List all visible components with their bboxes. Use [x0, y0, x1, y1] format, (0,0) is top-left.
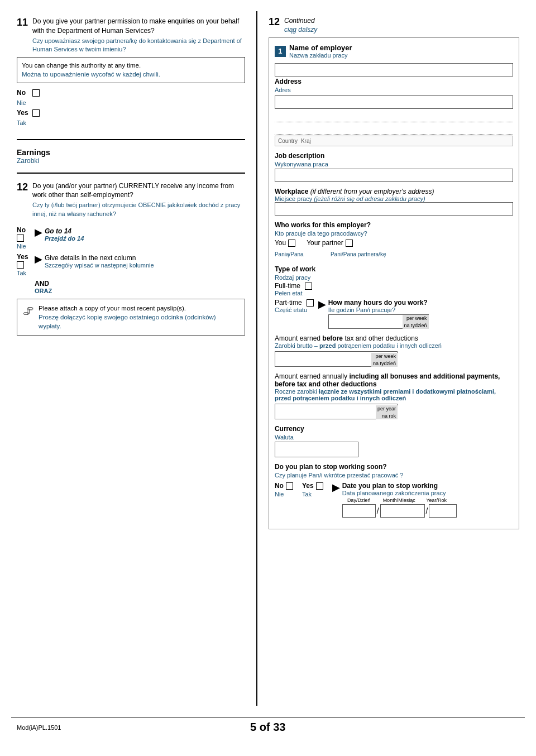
q12-text-pl: Czy ty (i/lub twój partner) otrzymujecie… — [32, 201, 245, 218]
type-work-group: Type of work Rodzaj pracy Full-time Pełe… — [275, 265, 513, 329]
who-partner-item: Your partner — [307, 239, 353, 247]
partner-checkbox[interactable] — [346, 240, 353, 247]
info-box: You can change this authority at any tim… — [17, 57, 245, 83]
day-label: Day/Dzień — [342, 497, 376, 503]
you-en: You — [275, 239, 286, 247]
who-row: YouYour partnerPanią/PanaPani/Pana partn… — [275, 239, 513, 257]
country-labels: Country Kraj — [278, 138, 510, 144]
question-11: 11 Do you give your partner permission t… — [17, 17, 245, 131]
year-input[interactable] — [429, 504, 457, 518]
attach-text: Please attach a copy of your most recent… — [39, 304, 239, 331]
q12-yes-checkbox[interactable] — [17, 261, 24, 269]
arrow-no: ▶ — [35, 227, 42, 237]
q11-text-en: Do you give your partner permission to m… — [32, 17, 245, 36]
stop-no-row: No — [275, 482, 293, 490]
q12-no-label-pl: Nie — [17, 243, 32, 250]
date-slash-2: / — [426, 506, 428, 515]
employer-input[interactable] — [275, 63, 513, 76]
job-input[interactable] — [275, 169, 513, 182]
currency-label-pl: Waluta — [275, 434, 513, 441]
q11-yes-checkbox[interactable] — [32, 109, 40, 117]
month-input[interactable] — [380, 504, 425, 518]
stop-options: No Nie Yes Tak — [275, 482, 513, 518]
per-week-en: per week — [404, 315, 427, 322]
section-divider2 — [17, 173, 245, 174]
q11-no-checkbox[interactable] — [32, 89, 40, 97]
annual-label: Amount earned annually including all bon… — [275, 372, 513, 388]
stop-no-checkbox[interactable] — [286, 482, 293, 490]
who-label-en: Who works for this employer? — [275, 221, 513, 229]
give-details-en: Give details in the next column — [45, 254, 154, 262]
no-label-en: No — [17, 89, 30, 97]
per-week-corner: per week na tydzień — [403, 315, 429, 329]
fulltime-label-pl: Pełen etat — [275, 290, 513, 296]
earnings-section: Earnings Zarobki — [17, 148, 245, 165]
address-label-pl: Adres — [275, 87, 513, 93]
left-column: 11 Do you give your partner permission t… — [11, 11, 257, 706]
job-label-en: Job description — [275, 152, 513, 160]
parttime-label-pl: Część etatu — [275, 307, 314, 313]
year-label: Year/Rok — [423, 497, 451, 503]
amount-rest-en: tax and other deductions — [344, 334, 418, 342]
stop-date-group: Date you plan to stop working Data plano… — [342, 482, 457, 518]
address-group: Address Adres Country Kraj — [275, 78, 513, 146]
fulltime-checkbox[interactable] — [305, 283, 312, 290]
type-label-en: Type of work — [275, 265, 513, 273]
annual-label-pl: Roczne zarobki łącznie ze wszystkimi pre… — [275, 388, 513, 401]
q11-number: 11 — [17, 17, 28, 28]
amount-label-en: Amount earned — [275, 334, 320, 342]
attach-text-en: Please attach a copy of your most recent… — [39, 304, 239, 313]
country-container: Country Kraj — [275, 136, 513, 146]
hours-input-container: per week na tydzień — [328, 314, 429, 329]
partner-en: Your partner — [307, 239, 343, 247]
give-details-pl: Szczegóły wpisać w następnej kolumnie — [45, 262, 154, 269]
goto-14-en: Go to 14 — [45, 227, 84, 235]
stop-yes-en: Yes — [302, 482, 314, 490]
q12-options: No Nie ▶ Go to 14 Przejdź do 14 — [17, 226, 245, 336]
section-divider — [17, 139, 245, 140]
page: 11 Do you give your partner permission t… — [0, 0, 536, 756]
parttime-label-en: Part-time — [275, 299, 302, 307]
q12-no-checkbox[interactable] — [17, 235, 24, 242]
no-label-pl: Nie — [17, 99, 26, 106]
stop-no-en: No — [275, 482, 284, 490]
amount-label-pl: Zarobki brutto – — [275, 342, 318, 349]
day-input[interactable] — [342, 504, 376, 518]
right-column: 12 Continued ciąg dalszy 1 Name of emplo… — [257, 11, 525, 706]
per-week-pl2: na tydzień — [373, 360, 396, 367]
currency-input[interactable] — [275, 442, 358, 457]
stop-date-label-en: Date you plan to stop working — [342, 482, 457, 490]
date-slash-1: / — [377, 506, 379, 515]
paperclip-icon: 🖇 — [23, 305, 34, 318]
employer-section-header: 1 Name of employer Nazwa zakładu pracy — [275, 44, 513, 59]
amount-before-input-container: per week na tydzień — [275, 351, 398, 367]
address-input-2[interactable] — [275, 111, 513, 122]
q12-no-label-en: No — [17, 226, 32, 234]
q12-yes-row: Yes Tak ▶ Give details in the next colum… — [17, 253, 245, 276]
q12-text-en: Do you (and/or your partner) CURRENTLY r… — [32, 181, 245, 200]
q11-yes-row: Yes — [17, 109, 245, 117]
question-12-left: 12 Do you (and/or your partner) CURRENTL… — [17, 181, 245, 336]
amount-annual-group: Amount earned annually including all bon… — [275, 372, 513, 419]
employer-label-pl: Nazwa zakładu pracy — [289, 52, 352, 59]
address-lines — [275, 95, 513, 135]
workplace-input[interactable] — [275, 202, 513, 216]
how-many-label-en: How many hours do you work? — [328, 299, 429, 307]
section12-header: 12 Continued ciąg dalszy — [269, 17, 519, 34]
workplace-label-pl-full: Miejsce pracy (jeżeli różni się od adres… — [275, 195, 513, 202]
earnings-label-en: Earnings — [17, 148, 245, 157]
address-input-1[interactable] — [275, 95, 513, 109]
amount-bold-pl: przed — [319, 342, 336, 349]
you-checkbox[interactable] — [288, 240, 295, 247]
stop-yes-checkbox[interactable] — [316, 482, 323, 490]
fulltime-row: Full-time — [275, 282, 513, 290]
how-many-group: How many hours do you work? Ile godzin P… — [328, 299, 429, 329]
right-col-inner: 1 Name of employer Nazwa zakładu pracy A… — [269, 37, 519, 529]
q12-yes-label-en: Yes — [17, 253, 32, 261]
job-group: Job description Wykonywana praca — [275, 152, 513, 182]
and-pl: ORAZ — [35, 288, 245, 294]
yes-label-en: Yes — [17, 109, 30, 117]
earnings-label-pl: Zarobki — [17, 157, 245, 165]
address-input-3[interactable] — [275, 123, 513, 135]
parttime-checkbox[interactable] — [307, 299, 314, 307]
